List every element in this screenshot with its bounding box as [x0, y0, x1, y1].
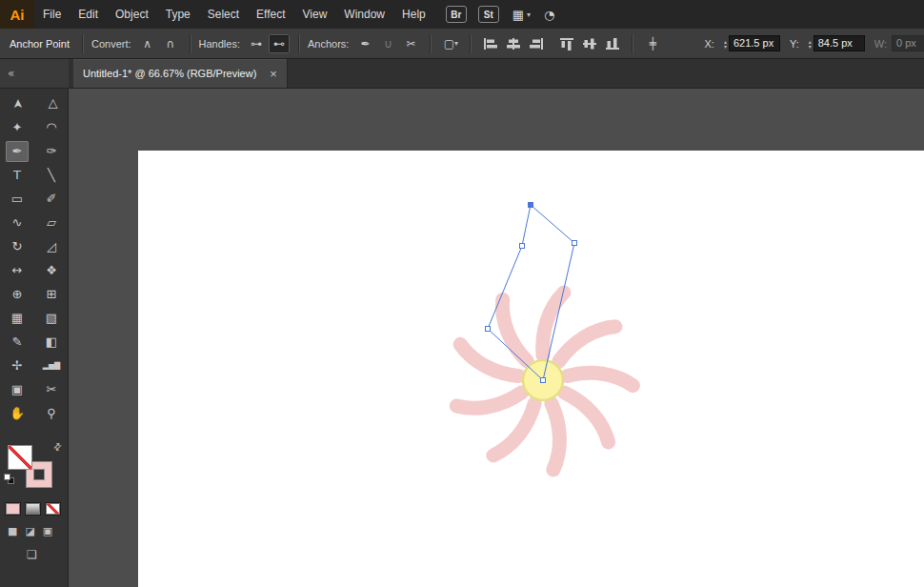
zoom-icon: ⚲	[40, 403, 63, 424]
hand-tool[interactable]: ✋	[0, 401, 34, 425]
direct-selection-tool[interactable]: ▷	[34, 91, 69, 115]
remove-anchor-button[interactable]: ✒	[354, 34, 375, 53]
lasso-tool[interactable]: ◠	[34, 115, 69, 139]
gradient-icon: ▧	[40, 308, 63, 329]
anchor-point[interactable]	[541, 378, 546, 383]
selection-tool[interactable]: ➤	[0, 91, 34, 115]
y-input[interactable]: 84.5 px	[814, 35, 865, 51]
width-tool[interactable]: ↔	[0, 258, 34, 282]
gradient-button[interactable]	[25, 502, 41, 516]
isolate-selected-object-button[interactable]: ▢ ▾	[440, 34, 461, 53]
shape-builder-icon: ⊕	[6, 284, 29, 305]
chevron-down-icon: ▾	[454, 39, 458, 48]
rectangle-tool[interactable]: ▭	[0, 187, 34, 211]
x-field-group: X: ▴ ▾ 621.5 px	[705, 35, 780, 51]
paintbrush-tool[interactable]: ✐	[34, 187, 69, 211]
swap-fill-stroke-icon[interactable]: ⇄	[50, 440, 64, 454]
anchor-point[interactable]	[520, 244, 525, 249]
magic-wand-tool[interactable]: ✦	[0, 115, 34, 139]
connect-endpoints-button[interactable]: ∪	[377, 34, 398, 53]
color-button[interactable]	[5, 502, 21, 516]
align-horizontal-center-button[interactable]	[503, 34, 524, 53]
pen-tool[interactable]: ✒	[0, 139, 34, 163]
y-field-group: Y: ▴ ▾ 84.5 px	[790, 35, 865, 51]
menu-bar: Ai File Edit Object Type Select Effect V…	[0, 0, 924, 29]
align-left-button[interactable]	[480, 34, 501, 53]
x-input[interactable]: 621.5 px	[729, 35, 780, 51]
collapse-icon: «	[8, 67, 14, 80]
draw-behind-icon[interactable]: ◪	[25, 525, 34, 537]
gradient-tool[interactable]: ▧	[34, 306, 69, 330]
collapse-panel-button[interactable]: «	[0, 59, 69, 88]
line-segment-tool[interactable]: ╲	[34, 163, 69, 187]
perspective-grid-tool[interactable]: ⊞	[34, 282, 69, 306]
menu-effect[interactable]: Effect	[248, 0, 293, 29]
document-tab[interactable]: Untitled-1* @ 66.67% (RGB/Preview) ×	[73, 59, 288, 88]
none-button[interactable]	[45, 502, 61, 516]
screen-mode-button[interactable]: ❏	[27, 548, 37, 561]
anchor-point-selected[interactable]	[528, 202, 533, 208]
align-left-icon	[483, 37, 498, 51]
width-icon: ↔	[6, 260, 29, 281]
x-stepper[interactable]: ▴ ▾	[724, 39, 727, 49]
scale-icon: ◿	[40, 236, 63, 257]
convert-to-corner-button[interactable]: ∧	[137, 34, 158, 53]
distribute-center-button[interactable]: ╪	[642, 34, 663, 53]
illustrator-logo[interactable]: Ai	[0, 0, 34, 29]
lasso-icon: ◠	[40, 117, 63, 138]
align-top-button[interactable]	[556, 34, 577, 53]
canvas-pasteboard[interactable]	[69, 89, 924, 587]
menu-object[interactable]: Object	[107, 0, 157, 29]
cut-path-button[interactable]: ✂	[400, 34, 421, 53]
stock-button[interactable]: St	[478, 6, 499, 23]
canvas-art[interactable]	[69, 89, 924, 587]
arrange-documents-button[interactable]: ▦ ▾	[512, 8, 531, 22]
align-right-button[interactable]	[526, 34, 547, 53]
blend-tool[interactable]: ◧	[34, 330, 69, 354]
curvature-tool[interactable]: ✑	[34, 139, 69, 163]
menu-type[interactable]: Type	[157, 0, 199, 29]
isolate-icon: ▢	[444, 37, 454, 51]
convert-to-smooth-button[interactable]: ∩	[160, 34, 181, 53]
default-fill-stroke-icon[interactable]	[4, 474, 15, 485]
menu-file[interactable]: File	[34, 0, 70, 29]
stepper-down-icon[interactable]: ▾	[809, 44, 812, 49]
rotate-tool[interactable]: ↻	[0, 234, 34, 258]
draw-inside-icon[interactable]: ▣	[43, 525, 52, 537]
shape-builder-tool[interactable]: ⊕	[0, 282, 34, 306]
shaper-icon: ∿	[6, 213, 29, 233]
free-transform-tool[interactable]: ❖	[34, 258, 69, 282]
menu-edit[interactable]: Edit	[70, 0, 107, 29]
draw-normal-icon[interactable]: ■	[8, 525, 17, 537]
shaper-tool[interactable]: ∿	[0, 211, 34, 234]
menu-window[interactable]: Window	[335, 0, 393, 29]
bridge-button[interactable]: Br	[446, 6, 467, 23]
menu-view[interactable]: View	[294, 0, 336, 29]
column-graph-tool[interactable]: ▂▅▇	[34, 354, 69, 377]
menu-select[interactable]: Select	[199, 0, 248, 29]
type-tool[interactable]: T	[0, 163, 34, 187]
eyedropper-tool[interactable]: ✎	[0, 330, 34, 354]
anchor-point[interactable]	[572, 241, 577, 246]
align-bottom-button[interactable]	[602, 34, 623, 53]
y-stepper[interactable]: ▴ ▾	[809, 39, 812, 49]
anchor-point[interactable]	[486, 327, 491, 332]
w-input[interactable]: 0 px	[892, 35, 924, 51]
gpu-performance-button[interactable]: ◔	[544, 8, 554, 22]
artboard-icon: ▣	[6, 379, 29, 400]
slice-tool[interactable]: ✂	[34, 377, 69, 401]
stepper-down-icon[interactable]: ▾	[724, 44, 727, 49]
artboard-tool[interactable]: ▣	[0, 377, 34, 401]
menu-help[interactable]: Help	[393, 0, 434, 29]
fill-swatch[interactable]	[8, 445, 32, 470]
hide-handles-button[interactable]: ⊶	[246, 34, 267, 53]
show-handles-button[interactable]: ⊷	[269, 34, 290, 53]
mesh-tool[interactable]: ▦	[0, 306, 34, 330]
zoom-tool[interactable]: ⚲	[34, 401, 69, 425]
scale-tool[interactable]: ◿	[34, 234, 69, 258]
perspective-grid-icon: ⊞	[40, 284, 63, 305]
close-tab-icon[interactable]: ×	[270, 67, 277, 81]
eraser-tool[interactable]: ▱	[34, 211, 69, 234]
align-vertical-center-button[interactable]	[579, 34, 600, 53]
symbol-sprayer-tool[interactable]: ✢	[0, 354, 34, 377]
